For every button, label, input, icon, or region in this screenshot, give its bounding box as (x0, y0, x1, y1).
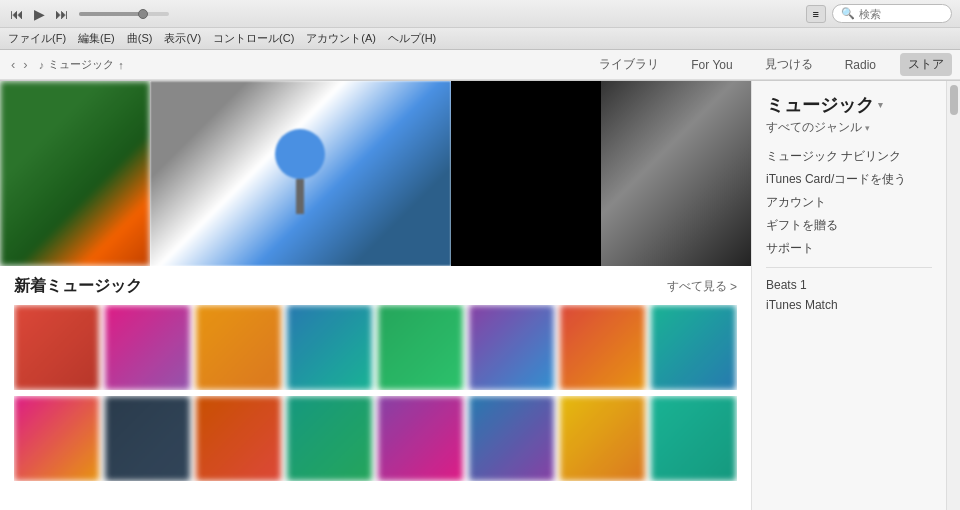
album-cover-12 (287, 396, 372, 481)
search-icon: 🔍 (841, 7, 855, 20)
main-content: 新着ミュージック すべて見る > (0, 81, 960, 510)
see-all-link[interactable]: すべて見る > (667, 278, 737, 295)
tab-library[interactable]: ライブラリ (591, 53, 667, 76)
tab-discover[interactable]: 見つける (757, 53, 821, 76)
sidebar-subtitle[interactable]: すべてのジャンル ▾ (766, 119, 932, 136)
album-item-12[interactable] (287, 396, 372, 481)
hero-image-3 (451, 81, 601, 266)
nav-location-arrow: ↑ (118, 59, 124, 71)
album-item-2[interactable] (105, 305, 190, 390)
search-input[interactable] (859, 8, 949, 20)
sidebar-subtitle-text: すべてのジャンル (766, 119, 862, 136)
section-header: 新着ミュージック すべて見る > (14, 276, 737, 297)
rewind-button[interactable]: ⏮ (8, 6, 26, 22)
menu-help[interactable]: ヘルプ(H) (388, 31, 436, 46)
fastforward-button[interactable]: ⏭ (53, 6, 71, 22)
album-cover-3 (196, 305, 281, 390)
album-item-1[interactable] (14, 305, 99, 390)
music-note-icon: ♪ (39, 59, 45, 71)
album-cover-7 (560, 305, 645, 390)
tab-radio[interactable]: Radio (837, 55, 884, 75)
album-grid-row1 (14, 305, 737, 390)
sidebar-link-account[interactable]: アカウント (766, 194, 932, 211)
album-cover-8 (651, 305, 736, 390)
sidebar-subtitle-arrow-icon: ▾ (865, 123, 870, 133)
progress-fill (79, 12, 142, 16)
album-cover-9 (14, 396, 99, 481)
album-item-15[interactable] (560, 396, 645, 481)
nav-location: ♪ ミュージック ↑ (39, 57, 124, 72)
scrollbar-thumb[interactable] (950, 85, 958, 115)
tab-for-you[interactable]: For You (683, 55, 740, 75)
album-cover-15 (560, 396, 645, 481)
album-cover-4 (287, 305, 372, 390)
menu-toggle-button[interactable]: ≡ (806, 5, 826, 23)
album-cover-11 (196, 396, 281, 481)
sidebar-link-support[interactable]: サポート (766, 240, 932, 257)
sidebar-divider (766, 267, 932, 268)
album-cover-5 (378, 305, 463, 390)
album-item-13[interactable] (378, 396, 463, 481)
album-cover-16 (651, 396, 736, 481)
hero-item-1[interactable] (0, 81, 150, 266)
title-bar-right: ≡ 🔍 (806, 4, 952, 23)
sidebar-link-beats1[interactable]: Beats 1 (766, 278, 932, 292)
album-item-5[interactable] (378, 305, 463, 390)
sidebar-title-text: ミュージック (766, 93, 874, 117)
nav-back-button[interactable]: ‹ (8, 57, 18, 72)
album-item-7[interactable] (560, 305, 645, 390)
nav-location-text: ミュージック (48, 57, 114, 72)
scrollbar-right[interactable] (946, 81, 960, 510)
album-item-4[interactable] (287, 305, 372, 390)
menu-song[interactable]: 曲(S) (127, 31, 153, 46)
see-all-label: すべて見る (667, 278, 727, 295)
nav-bar: ‹ › ♪ ミュージック ↑ ライブラリ For You 見つける Radio … (0, 50, 960, 80)
album-item-6[interactable] (469, 305, 554, 390)
transport-controls: ⏮ ▶ ⏭ (8, 6, 71, 22)
hero-image-2 (150, 81, 450, 266)
hero-image-4 (601, 81, 751, 266)
album-item-11[interactable] (196, 396, 281, 481)
hero-pushpin-graphic (270, 129, 330, 219)
album-item-14[interactable] (469, 396, 554, 481)
pushpin-head (275, 129, 325, 179)
menu-bar: ファイル(F) 編集(E) 曲(S) 表示(V) コントロール(C) アカウント… (0, 28, 960, 50)
tab-store[interactable]: ストア (900, 53, 952, 76)
album-cover-10 (105, 396, 190, 481)
nav-forward-button[interactable]: › (20, 57, 30, 72)
hero-item-2[interactable] (150, 81, 450, 266)
see-all-arrow-icon: > (730, 280, 737, 294)
album-cover-14 (469, 396, 554, 481)
hero-item-3[interactable] (451, 81, 601, 266)
sidebar-link-itunes-card[interactable]: iTunes Card/コードを使う (766, 171, 932, 188)
title-bar: ⏮ ▶ ⏭ ≡ 🔍 (0, 0, 960, 28)
progress-bar[interactable] (79, 12, 169, 16)
album-cover-1 (14, 305, 99, 390)
menu-view[interactable]: 表示(V) (164, 31, 201, 46)
nav-arrows: ‹ › (8, 57, 31, 72)
sidebar: ミュージック ▾ すべてのジャンル ▾ ミュージック ナビリンク iTunes … (751, 81, 946, 510)
album-item-10[interactable] (105, 396, 190, 481)
play-button[interactable]: ▶ (32, 6, 47, 22)
album-item-16[interactable] (651, 396, 736, 481)
album-item-3[interactable] (196, 305, 281, 390)
sidebar-link-navilink[interactable]: ミュージック ナビリンク (766, 148, 932, 165)
menu-file[interactable]: ファイル(F) (8, 31, 66, 46)
nav-tabs: ライブラリ For You 見つける Radio ストア (591, 53, 952, 76)
progress-thumb (138, 9, 148, 19)
hero-item-4[interactable] (601, 81, 751, 266)
hero-banner (0, 81, 751, 266)
menu-edit[interactable]: 編集(E) (78, 31, 115, 46)
section-title: 新着ミュージック (14, 276, 142, 297)
menu-account[interactable]: アカウント(A) (306, 31, 376, 46)
album-cover-2 (105, 305, 190, 390)
sidebar-link-itunes-match[interactable]: iTunes Match (766, 298, 932, 312)
album-cover-13 (378, 396, 463, 481)
album-item-8[interactable] (651, 305, 736, 390)
search-box[interactable]: 🔍 (832, 4, 952, 23)
album-item-9[interactable] (14, 396, 99, 481)
album-cover-6 (469, 305, 554, 390)
hero-person-image (601, 81, 751, 266)
sidebar-link-gift[interactable]: ギフトを贈る (766, 217, 932, 234)
menu-controls[interactable]: コントロール(C) (213, 31, 294, 46)
